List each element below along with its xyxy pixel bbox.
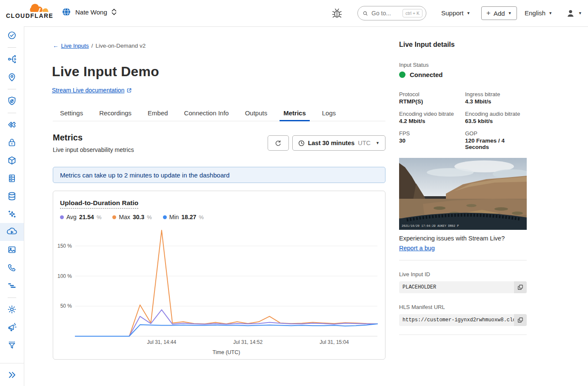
search-icon [363, 10, 368, 17]
tab-recordings[interactable]: Recordings [99, 105, 132, 121]
copy-button[interactable] [514, 314, 527, 326]
user-icon [566, 9, 575, 18]
analytics-icon[interactable] [0, 277, 24, 295]
copy-button[interactable] [514, 281, 527, 293]
detail-value: 120 Frames / 4 Seconds [465, 137, 527, 152]
tab-outputs[interactable]: Outputs [245, 105, 268, 121]
account-name: Nate Wong [75, 9, 107, 16]
status-connected-dot [399, 71, 405, 78]
left-sidebar [0, 26, 24, 386]
copy-icon [517, 284, 523, 290]
top-header: CLOUDFLARE Nate Wong [0, 0, 588, 27]
globe-icon [61, 7, 71, 17]
ai-icon[interactable] [0, 205, 24, 223]
detail-label: Protocol [399, 91, 465, 97]
cloudflare-logo[interactable]: CLOUDFLARE [6, 3, 56, 19]
legend-dot-min [163, 215, 167, 219]
user-menu[interactable]: ▼ [566, 9, 582, 18]
tab-settings[interactable]: Settings [60, 105, 83, 121]
live-input-details-panel: Live Input details Input Status Connecte… [399, 41, 527, 335]
line-chart: 50 %100 %150 %Jul 31, 14:44Jul 31, 14:52… [53, 229, 385, 357]
workers-icon[interactable] [0, 152, 24, 169]
refresh-icon [274, 140, 282, 147]
database-icon[interactable] [0, 187, 24, 205]
search-input[interactable] [371, 9, 400, 17]
breadcrumb-live-inputs-link[interactable]: Live Inputs [61, 43, 89, 49]
live-input-id-label: Live Input ID [399, 271, 527, 277]
chevron-down-icon: ▼ [548, 11, 552, 15]
detail-value: RTMP(S) [399, 98, 465, 107]
language-menu[interactable]: English▼ [525, 9, 552, 17]
metrics-info-banner: Metrics can take up to 2 minutes to upda… [53, 167, 385, 183]
legend-avg: Avg 21.54 % [60, 214, 101, 220]
cloudflare-dashboard: CLOUDFLARE Nate Wong [0, 0, 588, 386]
detail-value: 4.2 Mbit/s [399, 118, 465, 126]
metrics-header: Metrics Live input observability metrics… [53, 133, 385, 153]
images-icon[interactable] [0, 241, 24, 259]
detail-label: FPS [399, 130, 465, 137]
tab-logs[interactable]: Logs [322, 105, 337, 121]
server-rack-icon[interactable] [0, 169, 24, 187]
stream-docs-link[interactable]: Stream Live documentation [52, 87, 132, 94]
stream-icon[interactable] [0, 223, 24, 241]
debug-bug-icon[interactable] [330, 6, 344, 20]
time-travel-icon[interactable] [0, 26, 24, 44]
collapse-icon[interactable] [0, 363, 24, 386]
svg-text:50 %: 50 % [60, 303, 72, 309]
svg-text:Time (UTC): Time (UTC) [213, 349, 240, 355]
breadcrumb-separator: / [91, 43, 93, 49]
settings-gear-icon[interactable] [0, 300, 24, 318]
megaphone-icon[interactable] [0, 318, 24, 336]
copy-icon [517, 317, 523, 323]
metrics-subheading: Live input observability metrics [53, 146, 134, 153]
account-switcher[interactable]: Nate Wong [61, 7, 117, 17]
details-grid: Protocol RTMP(S) Ingress bitrate 4.3 Mbi… [399, 91, 527, 152]
tab-embed[interactable]: Embed [147, 105, 168, 121]
global-search[interactable]: ctrl + K [357, 6, 426, 20]
metrics-heading: Metrics [53, 133, 134, 143]
network-icon[interactable] [0, 50, 24, 68]
chevron-down-icon: ▼ [578, 11, 582, 15]
live-input-id-value: PLACEHOLDER [399, 284, 514, 290]
speed-icon[interactable] [0, 116, 24, 134]
svg-text:Jul 31, 15:04: Jul 31, 15:04 [320, 339, 349, 345]
hls-manifest-url-field[interactable]: https://customer-igynxd2rwhmuoxw8.cloudf [399, 314, 527, 326]
page-title: Live Input Demo [52, 64, 159, 80]
issues-question: Experiencing issues with Stream Live? [399, 235, 527, 242]
calls-icon[interactable] [0, 259, 24, 277]
external-link-icon [126, 88, 132, 93]
svg-text:Jul 31, 14:52: Jul 31, 14:52 [233, 339, 263, 345]
chart-title: Upload-to-Duration Ratio [60, 199, 138, 209]
legend-min: Min 18.27 % [163, 214, 204, 220]
shield-refresh-icon[interactable] [0, 92, 24, 110]
status-row: Connected [399, 71, 527, 78]
funnel-icon[interactable] [0, 336, 24, 354]
time-range-dropdown[interactable]: Last 30 minutes UTC ▼ [292, 135, 385, 151]
lock-icon[interactable] [0, 134, 24, 152]
legend-max: Max 30.3 % [112, 214, 151, 220]
status-value: Connected [410, 71, 443, 78]
add-button[interactable]: + Add ▼ [481, 6, 517, 20]
dashcam-timestamp: 2021/10/20 17:04:29 AUKEY DR02 P [402, 224, 459, 228]
timezone-label: UTC [358, 140, 371, 146]
sidebar-divider [0, 295, 24, 300]
legend-dot-avg [60, 215, 64, 219]
tab-connection-info[interactable]: Connection Info [184, 105, 229, 121]
sidebar-divider [0, 86, 24, 92]
search-shortcut-badge: ctrl + K [402, 9, 422, 17]
support-menu[interactable]: Support▼ [441, 9, 470, 17]
chevron-down-icon: ▼ [376, 141, 380, 145]
report-bug-link[interactable]: Report a bug [399, 245, 435, 252]
detail-label: Encoding audio bitrate [465, 111, 527, 117]
live-preview-thumbnail: 2021/10/20 17:04:29 AUKEY DR02 P [399, 158, 527, 230]
chart-legend: Avg 21.54 % Max 30.3 % Min 18.27 % [60, 214, 204, 220]
location-pin-icon[interactable] [0, 68, 24, 86]
refresh-button[interactable] [268, 135, 289, 151]
clock-icon [298, 140, 305, 146]
breadcrumb: ← Live Inputs / Live-on-Demand v2 [53, 43, 146, 49]
hls-manifest-url-value: https://customer-igynxd2rwhmuoxw8.cloudf [399, 317, 514, 323]
tab-metrics[interactable]: Metrics [283, 105, 306, 121]
hls-manifest-url-label: HLS Manifest URL [399, 304, 527, 310]
chevron-down-icon: ▼ [467, 11, 471, 15]
live-input-id-field[interactable]: PLACEHOLDER [399, 281, 527, 293]
